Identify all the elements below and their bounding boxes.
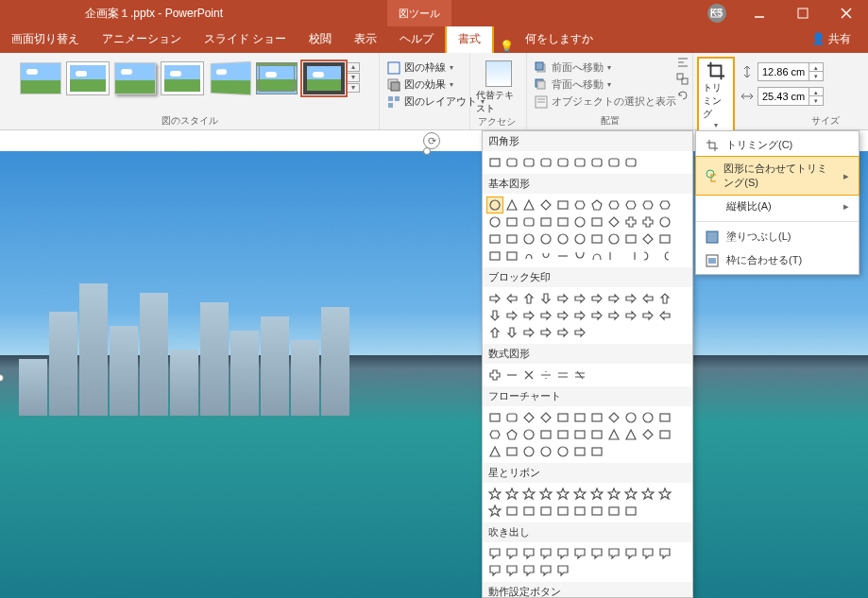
tab-format[interactable]: 書式 — [445, 24, 494, 53]
menu-fill[interactable]: 塗りつぶし(L) — [696, 225, 859, 248]
style-thumb-7[interactable] — [303, 62, 345, 94]
height-up[interactable]: ▴ — [809, 63, 823, 72]
shape-option[interactable] — [571, 196, 588, 214]
shape-option[interactable] — [639, 196, 656, 214]
shape-option[interactable] — [486, 562, 503, 579]
shape-option[interactable] — [554, 426, 571, 443]
shape-option[interactable] — [554, 196, 571, 214]
shape-option[interactable] — [554, 409, 571, 426]
style-thumb-4[interactable] — [162, 62, 203, 94]
shape-option[interactable] — [486, 290, 503, 307]
shape-option[interactable] — [554, 231, 571, 248]
tab-view[interactable]: 表示 — [343, 26, 388, 53]
shape-option[interactable] — [571, 486, 588, 503]
shape-option[interactable] — [622, 248, 639, 265]
shape-option[interactable] — [537, 307, 554, 324]
shape-option[interactable] — [554, 214, 571, 231]
shape-option[interactable] — [554, 545, 571, 562]
shape-option[interactable] — [571, 443, 588, 460]
shape-option[interactable] — [503, 248, 520, 265]
shape-option[interactable] — [537, 231, 554, 248]
shape-option[interactable] — [486, 231, 503, 248]
shape-option[interactable] — [571, 154, 588, 171]
shape-option[interactable] — [503, 503, 520, 520]
shape-option[interactable] — [605, 307, 622, 324]
shape-option[interactable] — [571, 367, 588, 384]
shape-option[interactable] — [588, 486, 605, 503]
shape-option[interactable] — [605, 426, 622, 443]
shape-option[interactable] — [537, 443, 554, 460]
shape-option[interactable] — [486, 248, 503, 265]
shape-option[interactable] — [503, 324, 520, 341]
shape-option[interactable] — [503, 214, 520, 231]
shape-option[interactable] — [571, 307, 588, 324]
shape-option[interactable] — [503, 196, 520, 214]
crop-button[interactable]: トリミング ▾ — [697, 57, 735, 133]
shape-option[interactable] — [554, 503, 571, 520]
shape-option[interactable] — [588, 290, 605, 307]
ribbon-display-options[interactable] — [694, 0, 738, 26]
resize-handle-top[interactable] — [423, 147, 431, 155]
width-up[interactable]: ▴ — [809, 88, 823, 96]
shape-option[interactable] — [537, 290, 554, 307]
shape-option[interactable] — [622, 154, 639, 171]
tab-review[interactable]: 校閲 — [298, 26, 343, 53]
shape-option[interactable] — [520, 443, 537, 460]
shape-option[interactable] — [639, 248, 656, 265]
shape-option[interactable] — [605, 214, 622, 231]
shape-option[interactable] — [588, 196, 605, 214]
shape-option[interactable] — [639, 214, 656, 231]
shape-option[interactable] — [588, 307, 605, 324]
alt-text-button[interactable]: 代替テキスト — [476, 57, 521, 115]
shape-option[interactable] — [588, 248, 605, 265]
shape-option[interactable] — [520, 290, 537, 307]
shape-option[interactable] — [486, 307, 503, 324]
shape-option[interactable] — [656, 290, 673, 307]
shape-option[interactable] — [554, 307, 571, 324]
shape-option[interactable] — [605, 503, 622, 520]
shape-option[interactable] — [537, 503, 554, 520]
align-button[interactable] — [676, 57, 689, 73]
width-down[interactable]: ▾ — [809, 96, 823, 105]
style-thumb-5[interactable] — [210, 61, 251, 95]
shape-option[interactable] — [520, 214, 537, 231]
shape-option[interactable] — [605, 248, 622, 265]
shape-option[interactable] — [486, 545, 503, 562]
shape-option[interactable] — [639, 231, 656, 248]
slide-canvas[interactable]: ⟳ 四角形 基本図形 ブロック矢印 数式図形 フローチャート 星とリボン 吹き出… — [0, 130, 868, 598]
bring-forward-button[interactable]: 前面へ移動 ▾ — [535, 60, 676, 75]
shape-option[interactable] — [537, 154, 554, 171]
style-thumb-6[interactable] — [256, 62, 298, 94]
shape-option[interactable] — [520, 545, 537, 562]
shape-option[interactable] — [503, 154, 520, 171]
menu-aspect-ratio[interactable]: 縦横比(A)▸ — [696, 195, 859, 218]
shape-option[interactable] — [554, 154, 571, 171]
shape-option[interactable] — [520, 231, 537, 248]
shape-option[interactable] — [605, 290, 622, 307]
shape-option[interactable] — [656, 214, 673, 231]
shape-option[interactable] — [520, 154, 537, 171]
shape-option[interactable] — [622, 196, 639, 214]
shape-option[interactable] — [622, 545, 639, 562]
shape-option[interactable] — [656, 248, 673, 265]
shape-option[interactable] — [520, 307, 537, 324]
shape-option[interactable] — [639, 409, 656, 426]
shape-option[interactable] — [503, 290, 520, 307]
shape-option[interactable] — [503, 486, 520, 503]
tab-transitions[interactable]: 画面切り替え — [0, 26, 91, 53]
maximize-button[interactable] — [781, 0, 825, 26]
share-button[interactable]: 👤 共有 — [794, 26, 868, 53]
style-thumb-3[interactable] — [114, 62, 156, 94]
shape-option[interactable] — [605, 409, 622, 426]
shape-option[interactable] — [622, 503, 639, 520]
shape-option[interactable] — [537, 562, 554, 579]
rotate-button[interactable] — [676, 89, 689, 105]
shape-option[interactable] — [571, 426, 588, 443]
shape-option[interactable] — [486, 154, 503, 171]
shape-option[interactable] — [588, 426, 605, 443]
shape-option[interactable] — [605, 154, 622, 171]
shape-option[interactable] — [656, 196, 673, 214]
shape-option[interactable] — [554, 486, 571, 503]
tab-tellme[interactable]: 何をしますか — [514, 26, 604, 53]
shape-option[interactable] — [605, 196, 622, 214]
